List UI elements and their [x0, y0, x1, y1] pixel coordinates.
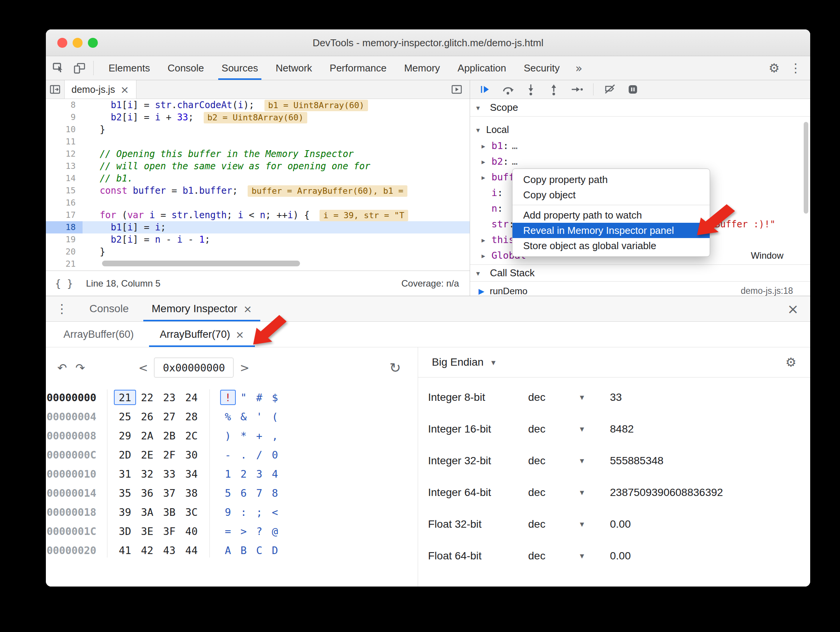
memory-ascii-char[interactable]: % [220, 409, 236, 424]
horizontal-scrollbar[interactable] [46, 261, 470, 268]
format-dropdown[interactable]: dec▾ [518, 391, 610, 404]
refresh-icon[interactable]: ↻ [389, 360, 401, 376]
inspect-icon[interactable] [50, 59, 68, 77]
pretty-print-icon[interactable]: { } [55, 278, 73, 289]
tab-application[interactable]: Application [449, 56, 515, 80]
memory-byte[interactable]: 36 [136, 485, 158, 501]
memory-byte[interactable]: 2A [136, 428, 158, 443]
file-tab-demo-js[interactable]: demo-js.js × [64, 80, 136, 99]
address-input[interactable] [154, 358, 234, 378]
redo-icon[interactable]: ↷ [75, 361, 85, 374]
tab-performance[interactable]: Performance [321, 56, 396, 80]
line-number[interactable]: 16 [46, 197, 83, 209]
memory-ascii-char[interactable]: 6 [236, 485, 251, 501]
memory-byte[interactable]: 43 [158, 543, 180, 558]
main-menu-icon[interactable]: ⋮ [790, 61, 802, 75]
memory-ascii-char[interactable]: ? [251, 523, 267, 539]
line-number[interactable]: 9 [46, 111, 83, 123]
memory-byte[interactable]: 34 [180, 466, 203, 481]
memory-byte[interactable]: 2D [114, 447, 136, 462]
memory-byte[interactable]: 31 [114, 466, 136, 481]
memory-ascii-char[interactable]: # [251, 390, 267, 405]
memory-ascii-char[interactable]: 5 [220, 485, 236, 501]
tab-security[interactable]: Security [515, 56, 569, 80]
twisty-closed-icon[interactable]: ▸ [482, 142, 491, 150]
memory-byte[interactable]: 24 [180, 390, 203, 405]
step-over-icon[interactable] [501, 83, 514, 96]
twisty-closed-icon[interactable]: ▸ [482, 173, 491, 181]
menu-item-store-object-as-global-variable[interactable]: Store object as global variable [512, 238, 710, 253]
memory-ascii-char[interactable]: 9 [220, 504, 236, 520]
menu-item-add-property-path-to-watch[interactable]: Add property path to watch [512, 207, 710, 223]
menu-item-copy-property-path[interactable]: Copy property path [512, 172, 710, 187]
format-dropdown[interactable]: dec▾ [518, 486, 610, 499]
menu-item-reveal-in-memory-inspector-panel[interactable]: Reveal in Memory Inspector panel [512, 223, 710, 238]
line-number[interactable]: 19 [46, 233, 83, 246]
scope-group-local[interactable]: ▾ Local [470, 122, 810, 138]
call-stack-header[interactable]: ▾ Call Stack [470, 264, 810, 282]
memory-ascii-char[interactable]: ; [251, 504, 267, 520]
pause-on-exceptions-icon[interactable] [626, 83, 639, 96]
step-out-icon[interactable] [547, 83, 560, 96]
memory-ascii-char[interactable]: 4 [267, 466, 283, 481]
settings-gear-icon[interactable]: ⚙ [769, 61, 780, 75]
buffer-tab-arraybuffer-60[interactable]: ArrayBuffer(60) [50, 322, 147, 347]
memory-byte[interactable]: 3E [136, 523, 158, 539]
close-icon[interactable]: × [235, 329, 244, 340]
memory-ascii-char[interactable]: @ [267, 523, 283, 539]
twisty-open-icon[interactable]: ▾ [476, 126, 486, 134]
memory-ascii-char[interactable]: 1 [220, 466, 236, 481]
undo-icon[interactable]: ↶ [57, 361, 67, 374]
memory-byte[interactable]: 33 [158, 466, 180, 481]
tab-sources[interactable]: Sources [213, 56, 267, 80]
format-dropdown[interactable]: dec▾ [518, 423, 610, 435]
vertical-scrollbar[interactable] [804, 122, 808, 214]
memory-ascii-char[interactable]: ) [220, 428, 236, 443]
memory-ascii-char[interactable]: + [251, 428, 267, 443]
memory-ascii-char[interactable]: 7 [251, 485, 267, 501]
line-number[interactable]: 11 [46, 136, 83, 148]
memory-ascii-char[interactable]: > [236, 523, 251, 539]
memory-byte[interactable]: 39 [114, 504, 136, 520]
format-dropdown[interactable]: dec▾ [518, 455, 610, 467]
tab-console[interactable]: Console [159, 56, 212, 80]
memory-ascii-char[interactable]: = [220, 523, 236, 539]
show-navigator-icon[interactable] [46, 80, 64, 99]
memory-ascii-char[interactable]: , [267, 428, 283, 443]
more-panels-icon[interactable]: » [568, 62, 589, 75]
line-number[interactable]: 12 [46, 148, 83, 160]
memory-byte[interactable]: 28 [180, 409, 203, 424]
endianness-dropdown[interactable]: Big Endian [432, 356, 483, 368]
resume-icon[interactable] [478, 83, 491, 96]
twisty-closed-icon[interactable]: ▸ [482, 236, 491, 244]
next-page-icon[interactable]: > [240, 361, 249, 374]
memory-byte[interactable]: 2F [158, 447, 180, 462]
close-icon[interactable]: × [120, 84, 129, 95]
memory-byte[interactable]: 35 [114, 485, 136, 501]
memory-byte[interactable]: 41 [114, 543, 136, 558]
memory-ascii-char[interactable]: - [220, 447, 236, 462]
line-number[interactable]: 8 [46, 99, 83, 111]
memory-byte[interactable]: 26 [136, 409, 158, 424]
line-number[interactable]: 14 [46, 172, 83, 185]
line-number[interactable]: 15 [46, 185, 83, 197]
memory-byte[interactable]: 25 [114, 409, 136, 424]
memory-ascii-char[interactable]: C [251, 543, 267, 558]
line-number[interactable]: 20 [46, 246, 83, 258]
minimize-window-button[interactable] [73, 38, 83, 48]
close-icon[interactable]: × [243, 304, 252, 314]
memory-ascii-char[interactable]: A [220, 543, 236, 558]
memory-byte[interactable]: 38 [180, 485, 203, 501]
drawer-tab-console[interactable]: Console [78, 296, 140, 321]
call-stack-frame[interactable]: ▶ runDemo demo-js.js:18 [470, 283, 810, 296]
twisty-closed-icon[interactable]: ▸ [482, 251, 491, 260]
memory-byte[interactable]: 32 [136, 466, 158, 481]
memory-ascii-char[interactable]: $ [267, 390, 283, 405]
tab-memory[interactable]: Memory [395, 56, 449, 80]
step-icon[interactable] [570, 83, 583, 96]
memory-ascii-char[interactable]: " [236, 390, 251, 405]
memory-byte[interactable]: 44 [180, 543, 203, 558]
menu-item-copy-object[interactable]: Copy object [512, 187, 710, 203]
value-settings-gear-icon[interactable]: ⚙ [785, 355, 796, 369]
memory-ascii-char[interactable]: ( [267, 409, 283, 424]
